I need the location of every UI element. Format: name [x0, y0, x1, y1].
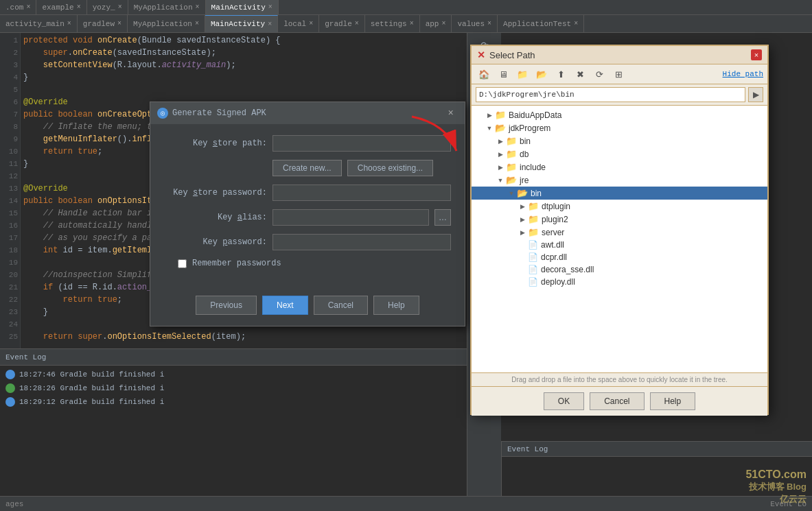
sp-home-button[interactable]: 🏠 [476, 67, 492, 81]
file-tab-settings[interactable]: settings × [365, 15, 420, 33]
sp-folder-button[interactable]: 📁 [514, 67, 531, 81]
red-arrow-indicator [405, 110, 474, 165]
tree-item-plugin2[interactable]: ▶ 📁 plugin2 [472, 213, 767, 226]
tree-item-awt-dll[interactable]: ▶ 📄 awt.dll [472, 239, 767, 251]
tab-close-icon[interactable]: × [355, 20, 359, 27]
tree-item-baiduappdata[interactable]: ▶ 📁 BaiduAppData [472, 108, 767, 121]
tree-item-include[interactable]: ▶ 📁 include [472, 161, 767, 174]
key-alias-input[interactable] [272, 209, 429, 226]
expander-db: ▶ [496, 150, 504, 158]
sp-ok-button[interactable]: OK [544, 392, 584, 410]
previous-button[interactable]: Previous [196, 296, 257, 315]
line-numbers: 1234567891011121314151617181920212223242… [0, 33, 21, 343]
event-item-1: 18:27:46 Gradle build finished i [5, 368, 461, 381]
tab-close-icon[interactable]: × [574, 20, 578, 27]
tree-label-bin-selected: bin [531, 189, 542, 198]
remember-passwords-label[interactable]: Remember passwords [192, 259, 281, 268]
tab-close-icon[interactable]: × [268, 3, 272, 11]
tree-label-db: db [520, 150, 529, 159]
tab-close-icon[interactable]: × [410, 20, 414, 27]
folder-icon-db: 📁 [506, 149, 517, 159]
key-password-row: Key password: [164, 234, 451, 250]
file-tab-app[interactable]: app × [420, 15, 452, 33]
file-tab-values[interactable]: values × [452, 15, 498, 33]
folder-icon-include: 📁 [506, 162, 517, 172]
folder-icon-bin-selected: 📂 [517, 188, 528, 198]
sp-help-button[interactable]: Help [650, 392, 696, 410]
dialog-title-left: ◎ Generate Signed APK [157, 108, 266, 119]
watermark-line3: 亿云云 [745, 493, 807, 506]
event-item-3: 18:29:12 Gradle build finished i [5, 396, 461, 408]
sp-delete-button[interactable]: ✖ [572, 67, 588, 81]
event-log-right-title: Event Log [507, 445, 548, 453]
tree-item-bin-selected[interactable]: ▼ 📂 bin [472, 187, 767, 200]
tree-item-decora-sse-dll[interactable]: ▶ 📄 decora_sse.dll [472, 263, 767, 276]
sp-view-button[interactable]: ⊞ [610, 67, 627, 81]
tab-close-icon[interactable]: × [77, 3, 81, 11]
select-path-dialog: ✕ Select Path × 🏠 🖥 📁 📂 ⬆ ✖ ⟳ ⊞ Hide pat… [470, 45, 769, 415]
key-store-password-input[interactable] [272, 185, 451, 201]
sp-path-input[interactable] [476, 87, 745, 102]
tab-close-icon[interactable]: × [487, 20, 491, 27]
tab-close-icon[interactable]: × [309, 20, 313, 27]
tab-close-icon[interactable]: × [268, 21, 272, 28]
file-icon-dcpr: 📄 [528, 252, 538, 262]
sp-x-button[interactable]: ✕ [477, 49, 485, 60]
file-tab-mainactivity[interactable]: MainActivity × [205, 15, 278, 33]
tree-label-deploy: deploy.dll [541, 277, 575, 287]
file-tab-apptest[interactable]: ApplicationTest × [498, 15, 584, 33]
tab-close-icon[interactable]: × [117, 20, 121, 27]
tab-com[interactable]: .com × [0, 0, 36, 15]
tab-close-icon[interactable]: × [195, 20, 199, 27]
file-tab-local[interactable]: local × [278, 15, 319, 33]
sp-close-button[interactable]: × [751, 49, 762, 60]
tree-item-dcpr-dll[interactable]: ▶ 📄 dcpr.dll [472, 251, 767, 263]
tree-item-db[interactable]: ▶ 📁 db [472, 147, 767, 161]
key-password-input[interactable] [272, 234, 451, 250]
help-button[interactable]: Help [373, 296, 419, 315]
folder-icon-jdkprogrem: 📂 [495, 123, 506, 133]
cancel-button[interactable]: Cancel [314, 296, 368, 315]
tree-item-server[interactable]: ▶ 📁 server [472, 226, 767, 239]
sp-path-go-button[interactable]: ▶ [748, 87, 763, 102]
sp-desktop-button[interactable]: 🖥 [495, 67, 511, 81]
sp-cancel-button[interactable]: Cancel [590, 392, 644, 410]
tab-label: example [42, 3, 73, 12]
tab-label: yozy_ [93, 3, 115, 12]
tab-example[interactable]: example × [36, 0, 86, 15]
file-tab-gradlew[interactable]: gradlew × [78, 15, 128, 33]
create-new-button[interactable]: Create new... [272, 160, 342, 176]
tree-item-bin-top[interactable]: ▶ 📁 bin [472, 134, 767, 147]
apk-dialog-icon: ◎ [157, 108, 168, 119]
file-tab-gradle[interactable]: gradle × [319, 15, 365, 33]
tab-close-icon[interactable]: × [118, 3, 122, 11]
tree-item-deploy-dll[interactable]: ▶ 📄 deploy.dll [472, 276, 767, 288]
tab-close-icon[interactable]: × [441, 20, 445, 27]
tree-label-plugin2: plugin2 [542, 215, 568, 224]
tree-item-dtplugin[interactable]: ▶ 📁 dtplugin [472, 200, 767, 213]
file-tab-activity-main[interactable]: activity_main × [0, 15, 78, 33]
remember-passwords-checkbox[interactable] [178, 259, 187, 268]
tab-close-icon[interactable]: × [26, 3, 30, 11]
sp-up-button[interactable]: ⬆ [553, 67, 569, 81]
sp-new-folder-button[interactable]: 📂 [533, 67, 550, 81]
key-alias-browse-button[interactable]: … [434, 209, 451, 226]
expander-bin-selected: ▼ [507, 189, 515, 198]
tab-yozy[interactable]: yozy_ × [87, 0, 128, 15]
sp-titlebar: ✕ Select Path × [472, 46, 767, 64]
event-icon-1 [5, 370, 15, 379]
tab-myapplication[interactable]: MyApplication × [128, 0, 206, 15]
sp-file-tree[interactable]: ▶ 📁 BaiduAppData ▼ 📂 jdkProgrem ▶ 📁 bin … [472, 106, 767, 373]
tab-mainactivity[interactable]: MainActivity × [206, 0, 279, 15]
sp-refresh-button[interactable]: ⟳ [591, 67, 607, 81]
sp-hide-path-link[interactable]: Hide path [723, 70, 763, 78]
next-button[interactable]: Next [262, 296, 308, 315]
tree-item-jre[interactable]: ▼ 📂 jre [472, 174, 767, 187]
tab-close-icon[interactable]: × [196, 3, 200, 11]
tree-item-jdkprogrem[interactable]: ▼ 📂 jdkProgrem [472, 121, 767, 134]
folder-icon-dtplugin: 📁 [528, 201, 539, 211]
tree-label-jdkprogrem: jdkProgrem [509, 123, 550, 133]
tab-close-icon[interactable]: × [67, 20, 71, 27]
key-store-path-label: Key store path: [164, 139, 267, 148]
file-tab-myapp[interactable]: MyApplication × [128, 15, 205, 33]
